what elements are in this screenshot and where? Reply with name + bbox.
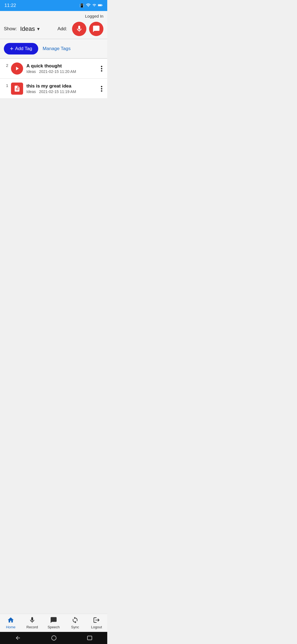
add-tag-label: Add Tag bbox=[15, 46, 32, 51]
add-speech-button[interactable] bbox=[89, 22, 103, 36]
status-time: 11:22 bbox=[4, 3, 16, 8]
item-meta: Ideas 2021-02-15 11:20 AM bbox=[26, 69, 99, 74]
show-label: Show: bbox=[4, 26, 17, 32]
dot bbox=[101, 90, 102, 92]
dot bbox=[101, 70, 102, 72]
empty-area bbox=[0, 99, 107, 209]
doc-icon bbox=[11, 83, 23, 95]
dot bbox=[101, 68, 102, 69]
manage-tags-button[interactable]: Manage Tags bbox=[43, 46, 71, 51]
list-container: 2 A quick thought Ideas 2021-02-15 11:20… bbox=[0, 59, 107, 99]
svg-rect-2 bbox=[102, 5, 103, 6]
item-meta: Ideas 2021-02-15 11:19 AM bbox=[26, 89, 99, 94]
list-item[interactable]: 2 A quick thought Ideas 2021-02-15 11:20… bbox=[0, 59, 107, 79]
microphone-icon bbox=[75, 25, 83, 33]
dot bbox=[101, 86, 102, 87]
signal-icon bbox=[92, 3, 96, 8]
dot bbox=[101, 66, 102, 67]
speech-icon bbox=[92, 25, 100, 33]
item-number: 1 bbox=[3, 83, 8, 88]
add-buttons bbox=[72, 22, 103, 36]
add-label: Add: bbox=[57, 26, 67, 32]
dropdown-container[interactable]: Ideas ▾ bbox=[20, 25, 55, 32]
svg-rect-1 bbox=[98, 4, 101, 6]
status-bar: 11:22 📳 bbox=[0, 0, 107, 11]
plus-icon: + bbox=[10, 46, 13, 52]
dropdown-selected: Ideas bbox=[20, 25, 36, 32]
wifi-icon bbox=[86, 3, 91, 8]
dot bbox=[101, 88, 102, 89]
logged-in-row: Logged In bbox=[4, 13, 103, 20]
main-content: Logged In Show: Ideas ▾ Add: bbox=[0, 11, 107, 236]
vibrate-icon: 📳 bbox=[79, 3, 84, 8]
audio-play-icon bbox=[11, 62, 23, 75]
list-item[interactable]: 1 this is my great idea Ideas 2021-02-15… bbox=[0, 79, 107, 99]
item-more-button[interactable] bbox=[99, 65, 105, 73]
status-icons: 📳 bbox=[79, 3, 103, 8]
header: Logged In Show: Ideas ▾ Add: bbox=[0, 11, 107, 39]
logged-in-text: Logged In bbox=[85, 14, 103, 18]
item-more-button[interactable] bbox=[99, 85, 105, 93]
dropdown-arrow-icon[interactable]: ▾ bbox=[37, 26, 40, 32]
item-title: A quick thought bbox=[26, 63, 99, 69]
battery-icon bbox=[98, 3, 103, 8]
show-add-row: Show: Ideas ▾ Add: bbox=[4, 20, 103, 39]
item-content: this is my great idea Ideas 2021-02-15 1… bbox=[26, 83, 99, 94]
item-title: this is my great idea bbox=[26, 83, 99, 89]
item-content: A quick thought Ideas 2021-02-15 11:20 A… bbox=[26, 63, 99, 74]
tag-row: + Add Tag Manage Tags bbox=[0, 39, 107, 59]
manage-tags-label: Manage Tags bbox=[43, 46, 71, 51]
add-audio-button[interactable] bbox=[72, 22, 86, 36]
add-tag-button[interactable]: + Add Tag bbox=[4, 43, 38, 54]
item-number: 2 bbox=[3, 63, 8, 68]
